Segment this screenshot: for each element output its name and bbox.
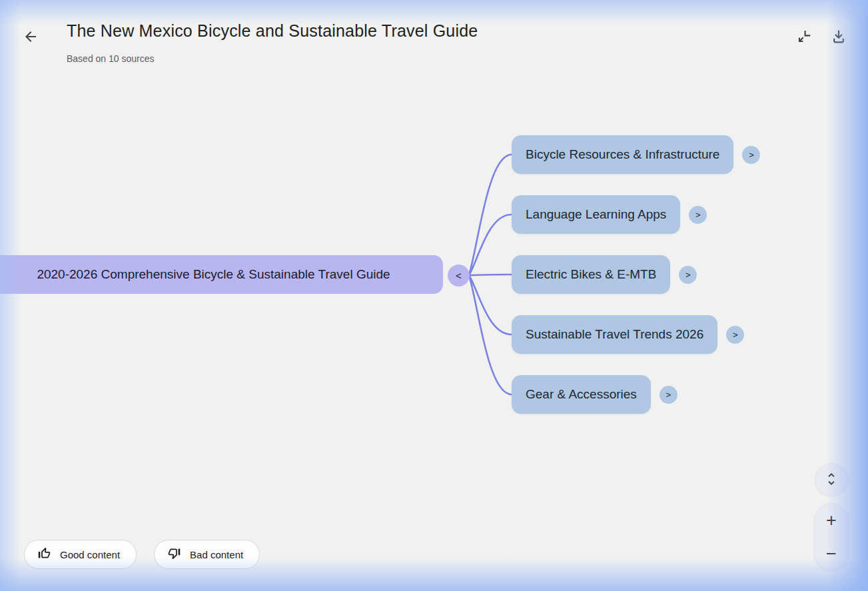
collapse-fullscreen-button[interactable] bbox=[794, 27, 814, 47]
mindmap-child-node[interactable]: Gear & Accessories bbox=[512, 375, 651, 414]
thumb-up-icon bbox=[37, 546, 51, 562]
mindmap-canvas[interactable]: 2020-2026 Comprehensive Bicycle & Sustai… bbox=[0, 0, 868, 591]
zoom-out-button[interactable]: − bbox=[815, 537, 848, 570]
unfold-more-icon bbox=[823, 471, 839, 489]
download-button[interactable] bbox=[829, 27, 849, 47]
mindmap-child-node[interactable]: Sustainable Travel Trends 2026 bbox=[512, 315, 717, 354]
child-node-row: Sustainable Travel Trends 2026> bbox=[512, 315, 744, 354]
mindmap-child-node[interactable]: Language Learning Apps bbox=[512, 195, 680, 234]
header-actions bbox=[794, 27, 849, 47]
expand-node-button[interactable]: > bbox=[679, 266, 697, 284]
close-fullscreen-icon bbox=[796, 29, 812, 47]
mindmap-child-node[interactable]: Electric Bikes & E-MTB bbox=[512, 255, 670, 294]
child-node-row: Electric Bikes & E-MTB> bbox=[512, 255, 697, 294]
zoom-in-button[interactable]: + bbox=[815, 504, 848, 537]
root-collapse-button[interactable]: < bbox=[448, 265, 470, 287]
zoom-control: + − bbox=[814, 503, 849, 571]
expand-node-button[interactable]: > bbox=[726, 326, 744, 344]
good-content-button[interactable]: Good content bbox=[24, 540, 137, 569]
download-icon bbox=[831, 29, 847, 47]
expand-node-button[interactable]: > bbox=[659, 386, 677, 404]
child-node-row: Language Learning Apps> bbox=[512, 195, 707, 234]
expand-node-button[interactable]: > bbox=[689, 206, 707, 224]
fit-view-button[interactable] bbox=[815, 463, 848, 496]
mindmap-root-node[interactable]: 2020-2026 Comprehensive Bicycle & Sustai… bbox=[0, 255, 443, 294]
connector-lines bbox=[0, 0, 868, 591]
mindmap-child-node[interactable]: Bicycle Resources & Infrastructure bbox=[512, 135, 733, 174]
expand-node-button[interactable]: > bbox=[742, 146, 760, 164]
bad-content-label: Bad content bbox=[190, 549, 243, 560]
good-content-label: Good content bbox=[60, 549, 120, 560]
feedback-bar: Good content Bad content bbox=[24, 540, 260, 569]
child-node-row: Bicycle Resources & Infrastructure> bbox=[512, 135, 760, 174]
bad-content-button[interactable]: Bad content bbox=[154, 540, 260, 569]
thumb-down-icon bbox=[167, 546, 181, 562]
child-node-row: Gear & Accessories> bbox=[512, 375, 677, 414]
